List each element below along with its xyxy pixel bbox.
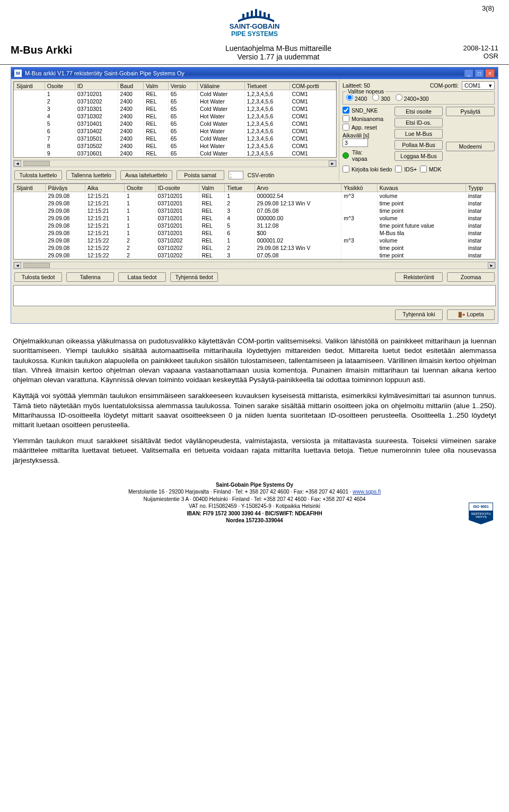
column-header[interactable]: COM-portti bbox=[289, 82, 336, 90]
find-id-button[interactable]: Etsi ID-os. bbox=[394, 118, 443, 127]
scroll-right-icon[interactable]: ► bbox=[329, 160, 336, 167]
table-row[interactable]: 29.09.0812:15:22203710202REL229.09.08 12… bbox=[14, 244, 495, 252]
column-header[interactable]: Aika bbox=[85, 184, 124, 192]
poll-mbus-button[interactable]: Pollaa M-Bus bbox=[394, 140, 443, 150]
table-cell: 000000.00 bbox=[254, 214, 341, 222]
table-cell: 65 bbox=[168, 90, 197, 98]
load-data-button[interactable]: Lataa tiedot bbox=[118, 272, 166, 282]
minimize-button[interactable]: _ bbox=[464, 69, 473, 77]
print-list-button[interactable]: Tulosta luettelo bbox=[14, 170, 62, 180]
table-cell: 29.09.08 bbox=[46, 214, 85, 222]
scroll-left-icon[interactable]: ◄ bbox=[14, 262, 21, 269]
column-header[interactable]: Osoite bbox=[124, 184, 155, 192]
column-header[interactable]: Valm bbox=[144, 82, 169, 90]
column-header[interactable]: Kuvaus bbox=[377, 184, 466, 192]
table-row[interactable]: 1037102012400REL65Cold Water1,2,3,4,5,6C… bbox=[14, 90, 336, 98]
modem-button[interactable]: Modeemi bbox=[446, 142, 495, 151]
column-header[interactable]: Sijainti bbox=[14, 82, 45, 90]
table-row[interactable]: 5037104012400REL65Cold Water1,2,3,4,5,6C… bbox=[14, 120, 336, 127]
registration-button[interactable]: Rekisteröinti bbox=[395, 272, 443, 282]
csv-separator-input[interactable] bbox=[229, 171, 243, 179]
find-address-button[interactable]: Etsi osoite bbox=[394, 107, 443, 116]
table-cell: REL bbox=[144, 142, 169, 150]
table-cell: COM1 bbox=[289, 150, 336, 157]
speed-group: Valitse nopeus 2400 300 2400+300 bbox=[343, 91, 495, 105]
mdk-checkbox[interactable]: MDK bbox=[420, 166, 441, 172]
read-mbus-button[interactable]: Lue M-Bus bbox=[394, 129, 443, 139]
table-row[interactable]: 9037106012400REL65Cold Water1,2,3,4,5,6C… bbox=[14, 150, 336, 157]
log-output[interactable] bbox=[13, 285, 496, 306]
footer-website-link[interactable]: www.sgps.fi bbox=[353, 489, 381, 495]
table-row[interactable]: 29.09.0812:15:21103710201REL229.09.08 12… bbox=[14, 200, 495, 207]
column-header[interactable]: Tietue bbox=[225, 184, 254, 192]
door-exit-icon bbox=[458, 311, 465, 318]
column-header[interactable]: Versio bbox=[168, 82, 197, 90]
column-header[interactable]: Baud bbox=[118, 82, 144, 90]
table-cell: REL bbox=[199, 244, 225, 252]
table-cell: 03710502 bbox=[75, 142, 118, 150]
table-row[interactable]: 29.09.0812:15:22203710202REL1000001.02m^… bbox=[14, 237, 495, 244]
devices-table[interactable]: SijaintiOsoiteIDBaudValmVersioVäliaineTi… bbox=[13, 81, 337, 158]
table-row[interactable]: 29.09.0812:15:21103710201REL1000002.54m^… bbox=[14, 192, 495, 200]
table-row[interactable]: 29.09.0812:15:21103710201REL4000000.00m^… bbox=[14, 214, 495, 222]
logo-brand-text: SAINT-GOBAIN bbox=[230, 22, 280, 30]
table-row[interactable]: 4037103022400REL65Hot Water1,2,3,4,5,6CO… bbox=[14, 113, 336, 120]
table-row[interactable]: 29.09.0812:15:21103710201REL6$00M-Bus ti… bbox=[14, 229, 495, 237]
table-cell: 65 bbox=[168, 105, 197, 113]
iso-bottom-text: SERTIFIOITUYRITYS bbox=[469, 511, 493, 520]
snd-nke-checkbox[interactable]: SND_NKE bbox=[343, 107, 391, 114]
scrollbar-horizontal-2[interactable]: ◄ ► bbox=[13, 262, 496, 269]
column-header[interactable]: Tyypp bbox=[466, 184, 495, 192]
comport-select[interactable]: COM1 ▾ bbox=[462, 81, 495, 90]
log-mbus-button[interactable]: Loggaa M-Bus bbox=[394, 151, 443, 161]
table-cell: 03710201 bbox=[155, 200, 199, 207]
table-row[interactable]: 29.09.0812:15:21103710201REL307.05.08tim… bbox=[14, 207, 495, 214]
scroll-thumb[interactable] bbox=[23, 161, 50, 166]
speed-radio-300[interactable]: 300 bbox=[372, 94, 390, 102]
scroll-thumb[interactable] bbox=[23, 263, 50, 268]
table-row[interactable]: 29.09.0812:15:21103710201REL531.12.08tim… bbox=[14, 222, 495, 229]
maximize-button[interactable]: □ bbox=[475, 69, 484, 77]
close-button[interactable]: × bbox=[485, 69, 495, 77]
column-header[interactable]: ID bbox=[75, 82, 118, 90]
write-logfile-checkbox[interactable]: Kirjoita loki tiedo bbox=[343, 166, 392, 172]
stop-button[interactable]: Pysäytä bbox=[446, 107, 495, 116]
column-header[interactable]: Päiväys bbox=[46, 184, 85, 192]
clear-log-button[interactable]: Tyhjennä loki bbox=[395, 309, 443, 320]
table-row[interactable]: 2037102022400REL65Hot Water1,2,3,4,5,6CO… bbox=[14, 98, 336, 105]
save-list-button[interactable]: Tallenna luettelo bbox=[66, 170, 116, 180]
table-row[interactable]: 7037105012400REL65Cold Water1,2,3,4,5,6C… bbox=[14, 135, 336, 142]
table-cell: 1 bbox=[124, 229, 155, 237]
column-header[interactable]: Yksikkö bbox=[341, 184, 377, 192]
column-header[interactable]: Tietueet bbox=[244, 82, 289, 90]
table-row[interactable]: 8037105022400REL65Hot Water1,2,3,4,5,6CO… bbox=[14, 142, 336, 150]
table-row[interactable]: 3037103012400REL65Cold Water1,2,3,4,5,6C… bbox=[14, 105, 336, 113]
open-list-button[interactable]: Avaa laiteluettelo bbox=[120, 170, 172, 180]
scroll-right-icon[interactable]: ► bbox=[488, 262, 495, 269]
save-data-button[interactable]: Tallenna bbox=[66, 272, 114, 282]
appreset-checkbox[interactable]: App. reset bbox=[343, 124, 391, 131]
zoom-button[interactable]: Zoomaa bbox=[447, 272, 495, 282]
scroll-left-icon[interactable]: ◄ bbox=[14, 160, 21, 167]
table-cell: REL bbox=[144, 135, 169, 142]
table-row[interactable]: 29.09.0812:15:22203710202REL307.05.08tim… bbox=[14, 252, 495, 259]
print-data-button[interactable]: Tulosta tiedot bbox=[14, 272, 62, 282]
speed-radio-2400-300[interactable]: 2400+300 bbox=[396, 94, 429, 102]
column-header[interactable]: Väliaine bbox=[198, 82, 245, 90]
column-header[interactable]: Valm bbox=[199, 184, 225, 192]
ids-checkbox[interactable]: IDS+ bbox=[395, 166, 417, 172]
column-header[interactable]: Sijainti bbox=[14, 184, 46, 192]
clear-data-button[interactable]: Tyhjennä tiedot bbox=[170, 272, 218, 282]
speed-radio-2400[interactable]: 2400 bbox=[346, 94, 367, 102]
table-row[interactable]: 6037104022400REL65Hot Water1,2,3,4,5,6CO… bbox=[14, 127, 336, 135]
readings-table[interactable]: SijaintiPäiväysAikaOsoiteID-osoiteValmTi… bbox=[13, 183, 496, 260]
column-header[interactable]: Osoite bbox=[45, 82, 75, 90]
scrollbar-horizontal[interactable]: ◄ ► bbox=[13, 160, 337, 167]
remove-duplicates-button[interactable]: Poista samat bbox=[177, 170, 224, 180]
quit-button[interactable]: Lopeta bbox=[447, 309, 495, 320]
column-header[interactable]: Arvo bbox=[254, 184, 341, 192]
footer-line-1: Merstolantie 16 · 29200 Harjavalta · Fin… bbox=[128, 489, 353, 495]
monisanoma-checkbox[interactable]: Monisanoma bbox=[343, 115, 391, 122]
interval-input[interactable] bbox=[343, 139, 368, 147]
column-header[interactable]: ID-osoite bbox=[155, 184, 199, 192]
